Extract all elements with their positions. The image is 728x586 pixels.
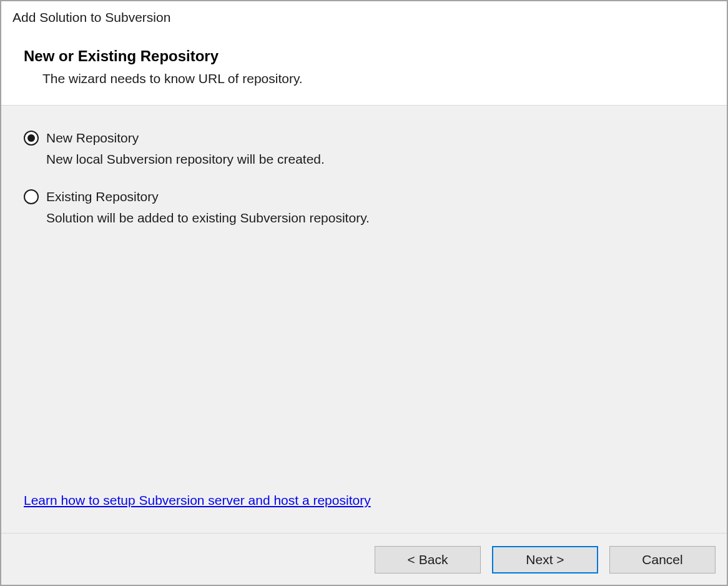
radio-group-existing-repo: Existing Repository Solution will be add… <box>24 189 704 226</box>
help-link[interactable]: Learn how to setup Subversion server and… <box>24 493 371 507</box>
radio-group-new-repo: New Repository New local Subversion repo… <box>24 131 704 167</box>
page-subtitle: The wizard needs to know URL of reposito… <box>42 71 716 86</box>
dialog-footer: < Back Next > Cancel <box>1 533 727 585</box>
radio-option-existing-repo[interactable]: Existing Repository <box>24 189 704 204</box>
radio-label-existing-repo: Existing Repository <box>46 189 159 204</box>
page-heading: New or Existing Repository <box>24 47 716 65</box>
radio-desc-existing-repo: Solution will be added to existing Subve… <box>46 211 704 226</box>
radio-label-new-repo: New Repository <box>46 131 139 146</box>
radio-unchecked-icon <box>24 189 39 204</box>
radio-checked-icon <box>24 131 39 146</box>
wizard-dialog: Add Solution to Subversion New or Existi… <box>0 0 728 586</box>
help-link-row: Learn how to setup Subversion server and… <box>24 493 704 508</box>
back-button[interactable]: < Back <box>375 546 481 574</box>
dialog-header: Add Solution to Subversion New or Existi… <box>1 1 727 106</box>
dialog-title: Add Solution to Subversion <box>12 10 716 25</box>
dialog-content: New Repository New local Subversion repo… <box>1 106 727 533</box>
cancel-button[interactable]: Cancel <box>609 546 716 574</box>
next-button[interactable]: Next > <box>492 546 598 574</box>
radio-desc-new-repo: New local Subversion repository will be … <box>46 152 704 167</box>
radio-option-new-repo[interactable]: New Repository <box>24 131 704 146</box>
